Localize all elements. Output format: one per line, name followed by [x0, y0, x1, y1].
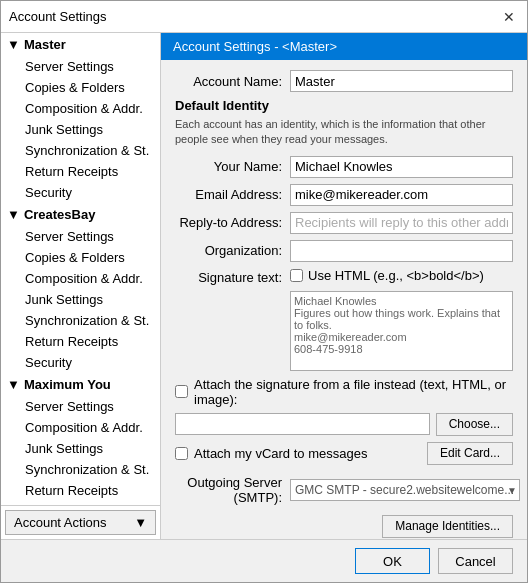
chevron-down-icon-3: ▼	[7, 377, 20, 392]
sig-textarea[interactable]: Michael Knowles Figures out how things w…	[290, 291, 513, 371]
dialog-title: Account Settings	[9, 9, 107, 24]
sig-row: Signature text: Use HTML (e.g., <b>bold<…	[175, 268, 513, 371]
sidebar-item-createsbay[interactable]: ▼ CreatesBay	[1, 203, 160, 226]
chevron-down-icon: ▼	[7, 37, 20, 52]
use-html-label: Use HTML (e.g., <b>bold</b>)	[308, 268, 484, 283]
dialog-footer: OK Cancel	[1, 539, 527, 582]
outgoing-select-wrapper: GMC SMTP - secure2.websitewelcome... ▼	[290, 479, 520, 501]
sidebar-item-junk-1[interactable]: Junk Settings	[17, 119, 160, 140]
sig-right: Use HTML (e.g., <b>bold</b>) Michael Kno…	[290, 268, 513, 371]
edit-card-button[interactable]: Edit Card...	[427, 442, 513, 465]
sidebar-item-copies-folders-2[interactable]: Copies & Folders	[17, 247, 160, 268]
sidebar-item-maximum-you[interactable]: ▼ Maximum You	[1, 373, 160, 396]
email-input[interactable]	[290, 184, 513, 206]
your-name-label: Your Name:	[175, 159, 290, 174]
main-panel: Account Settings - <Master> Account Name…	[161, 33, 527, 539]
outgoing-row: Outgoing Server (SMTP): GMC SMTP - secur…	[175, 475, 513, 505]
your-name-input[interactable]	[290, 156, 513, 178]
panel-content: Account Name: Default Identity Each acco…	[161, 60, 527, 539]
replyto-input[interactable]	[290, 212, 513, 234]
sidebar-tree: ▼ Master Server Settings Copies & Folder…	[1, 33, 160, 505]
sidebar: ▼ Master Server Settings Copies & Folder…	[1, 33, 161, 539]
sidebar-item-sync-1[interactable]: Synchronization & St.	[17, 140, 160, 161]
default-identity-title: Default Identity	[175, 98, 513, 113]
account-name-row: Account Name:	[175, 70, 513, 92]
close-button[interactable]: ✕	[499, 7, 519, 27]
title-bar: Account Settings ✕	[1, 1, 527, 33]
sidebar-item-master[interactable]: ▼ Master	[1, 33, 160, 56]
org-row: Organization:	[175, 240, 513, 262]
sig-label: Signature text:	[175, 268, 290, 285]
sidebar-item-security-2[interactable]: Security	[17, 352, 160, 373]
sidebar-item-junk-3[interactable]: Junk Settings	[17, 438, 160, 459]
sidebar-item-junk-2[interactable]: Junk Settings	[17, 289, 160, 310]
sidebar-item-sync-3[interactable]: Synchronization & St.	[17, 459, 160, 480]
manage-identities-button[interactable]: Manage Identities...	[382, 515, 513, 538]
file-sig-checkbox[interactable]	[175, 385, 188, 398]
default-identity-desc: Each account has an identity, which is t…	[175, 117, 513, 148]
sidebar-item-sync-2[interactable]: Synchronization & St.	[17, 310, 160, 331]
sidebar-item-server-settings-1[interactable]: Server Settings	[17, 56, 160, 77]
email-label: Email Address:	[175, 187, 290, 202]
sidebar-item-composition-2[interactable]: Composition & Addr.	[17, 268, 160, 289]
cancel-button[interactable]: Cancel	[438, 548, 513, 574]
account-name-input[interactable]	[290, 70, 513, 92]
your-name-row: Your Name:	[175, 156, 513, 178]
sidebar-item-copies-folders-1[interactable]: Copies & Folders	[17, 77, 160, 98]
panel-header: Account Settings - <Master>	[161, 33, 527, 60]
createsbay-subitems: Server Settings Copies & Folders Composi…	[1, 226, 160, 373]
attach-vcard-label: Attach my vCard to messages	[194, 446, 367, 461]
sidebar-item-composition-3[interactable]: Composition & Addr.	[17, 417, 160, 438]
outgoing-server-select[interactable]: GMC SMTP - secure2.websitewelcome...	[290, 479, 520, 501]
ok-button[interactable]: OK	[355, 548, 430, 574]
org-label: Organization:	[175, 243, 290, 258]
master-subitems: Server Settings Copies & Folders Composi…	[1, 56, 160, 203]
file-sig-path-input[interactable]	[175, 413, 430, 435]
attach-vcard-checkbox[interactable]	[175, 447, 188, 460]
file-sig-input-row: Choose...	[175, 413, 513, 436]
dropdown-arrow-icon: ▼	[134, 515, 147, 530]
sidebar-item-receipts-3[interactable]: Return Receipts	[17, 480, 160, 501]
sidebar-item-server-settings-3[interactable]: Server Settings	[17, 396, 160, 417]
manage-row: Manage Identities...	[175, 515, 513, 538]
chevron-down-icon-2: ▼	[7, 207, 20, 222]
replyto-row: Reply-to Address:	[175, 212, 513, 234]
dialog-body: ▼ Master Server Settings Copies & Folder…	[1, 33, 527, 539]
maximum-you-subitems: Server Settings Composition & Addr. Junk…	[1, 396, 160, 505]
sidebar-footer: Account Actions ▼	[1, 505, 160, 539]
sidebar-item-composition-1[interactable]: Composition & Addr.	[17, 98, 160, 119]
outgoing-label: Outgoing Server (SMTP):	[175, 475, 290, 505]
org-input[interactable]	[290, 240, 513, 262]
account-settings-dialog: Account Settings ✕ ▼ Master Server Setti…	[0, 0, 528, 583]
sidebar-item-server-settings-2[interactable]: Server Settings	[17, 226, 160, 247]
vcard-row: Attach my vCard to messages Edit Card...	[175, 442, 513, 465]
file-sig-row: Attach the signature from a file instead…	[175, 377, 513, 407]
sidebar-item-receipts-1[interactable]: Return Receipts	[17, 161, 160, 182]
file-sig-label: Attach the signature from a file instead…	[194, 377, 513, 407]
replyto-label: Reply-to Address:	[175, 215, 290, 230]
sidebar-item-security-1[interactable]: Security	[17, 182, 160, 203]
sidebar-item-receipts-2[interactable]: Return Receipts	[17, 331, 160, 352]
use-html-checkbox[interactable]	[290, 269, 303, 282]
email-row: Email Address:	[175, 184, 513, 206]
account-actions-button[interactable]: Account Actions ▼	[5, 510, 156, 535]
account-name-label: Account Name:	[175, 74, 290, 89]
html-checkbox-row: Use HTML (e.g., <b>bold</b>)	[290, 268, 513, 283]
choose-button[interactable]: Choose...	[436, 413, 513, 436]
